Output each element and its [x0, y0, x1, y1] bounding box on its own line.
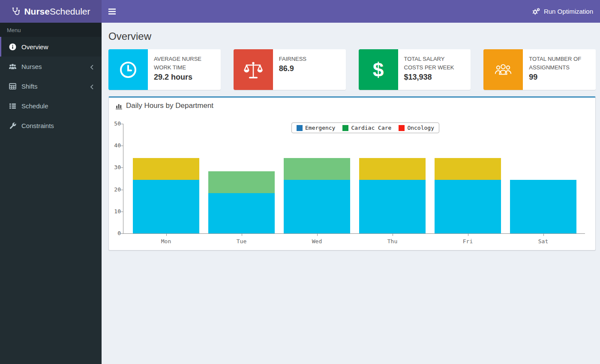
list-icon [9, 102, 16, 110]
chart-plot: 01020304050MonTueWedThuFriSatEmergencyCa… [109, 114, 595, 250]
run-optimization-button[interactable]: Run Optimization [525, 0, 600, 23]
chart-legend: EmergencyCardiac CareOncology [291, 122, 439, 133]
run-optimization-label: Run Optimization [544, 8, 593, 15]
x-tick-label: Mon [149, 238, 183, 245]
stat-label: TOTAL NUMBER OF ASSIGNMENTS [529, 55, 584, 72]
legend-label: Oncology [407, 125, 434, 131]
clock-icon [108, 49, 148, 90]
chevron-left-icon [90, 64, 94, 69]
legend-item: Oncology [399, 125, 434, 131]
x-tick-label: Fri [451, 238, 485, 245]
y-tick-label: 20 [109, 186, 121, 193]
sidebar-item-label: Nurses [21, 63, 90, 70]
info-circle-icon [9, 43, 16, 51]
panel-header: Daily Hours by Department [109, 98, 595, 114]
y-tick-label: 10 [109, 208, 121, 215]
chevron-left-icon [90, 84, 94, 89]
cogs-icon [532, 7, 540, 15]
bar-segment-emergency [284, 180, 350, 233]
legend-swatch [399, 125, 405, 131]
users-group-icon [483, 49, 523, 90]
brand-name-bold: Nurse [24, 6, 50, 16]
x-axis [123, 233, 585, 234]
y-tick [121, 124, 123, 124]
stat-card-fairness: FAIRNESS 86.9 [234, 49, 346, 90]
bar-segment-emergency [133, 180, 199, 233]
x-tick-label: Wed [300, 238, 334, 245]
x-tick [317, 234, 318, 236]
sidebar-menu-header: Menu [0, 23, 102, 37]
bar-segment-emergency [435, 180, 501, 233]
bar-segment-cardiac-care [208, 171, 275, 193]
brand-name-rest: Scheduler [50, 6, 90, 16]
daily-hours-panel: Daily Hours by Department 01020304050Mon… [108, 96, 596, 251]
stat-value: 29.2 hours [154, 73, 209, 82]
sidebar-item-nurses[interactable]: Nurses [0, 57, 102, 76]
sidebar-item-shifts[interactable]: Shifts [0, 76, 102, 96]
sidebar-item-constraints[interactable]: Constraints [0, 116, 102, 135]
x-tick [166, 234, 167, 236]
legend-swatch [297, 125, 303, 131]
bar-segment-oncology [435, 158, 501, 180]
stat-card-work-time: AVERAGE NURSE WORK TIME 29.2 hours [108, 49, 221, 90]
y-tick [121, 146, 123, 146]
sidebar-item-label: Schedule [21, 102, 94, 110]
bar-chart-icon [115, 102, 123, 110]
x-tick-label: Thu [375, 238, 410, 245]
y-tick [121, 167, 123, 168]
y-tick-label: 40 [109, 142, 121, 149]
sidebar-item-overview[interactable]: Overview [0, 37, 102, 57]
dollar-icon: $ [359, 49, 398, 90]
y-tick [121, 212, 123, 212]
legend-label: Cardiac Care [351, 125, 391, 131]
top-navbar: NurseScheduler [0, 0, 600, 23]
bar-segment-oncology [133, 158, 199, 180]
stat-cards-row: AVERAGE NURSE WORK TIME 29.2 hours FAIR [108, 49, 596, 90]
x-tick-label: Tue [225, 238, 259, 245]
legend-item: Cardiac Care [342, 125, 391, 131]
stethoscope-icon [11, 7, 21, 16]
y-tick-label: 30 [109, 164, 121, 171]
main-content: Overview AVERAGE NURSE WORK TIME 29.2 ho… [102, 23, 600, 251]
balance-scale-icon [234, 49, 273, 90]
page-title: Overview [108, 30, 596, 42]
y-tick [121, 190, 123, 190]
sidebar-item-label: Constraints [21, 122, 94, 129]
app-logo[interactable]: NurseScheduler [0, 0, 102, 23]
legend-item: Emergency [297, 125, 335, 131]
x-tick [543, 234, 544, 236]
sidebar: Menu Overview Nurses [0, 23, 102, 364]
bar-segment-cardiac-care [284, 158, 350, 180]
sidebar-item-label: Shifts [21, 83, 90, 90]
x-tick [468, 234, 468, 236]
hamburger-icon [108, 9, 116, 15]
y-tick [121, 233, 123, 234]
sidebar-item-schedule[interactable]: Schedule [0, 96, 102, 116]
stat-card-salary: $ TOTAL SALARY COSTS PER WEEK $13,938 [359, 49, 471, 90]
legend-swatch [342, 125, 348, 131]
table-icon [9, 83, 16, 90]
bar-segment-emergency [359, 180, 426, 233]
panel-title: Daily Hours by Department [126, 101, 213, 110]
x-tick-label: Sat [526, 238, 561, 245]
y-tick-label: 50 [109, 120, 121, 127]
bar-segment-emergency [510, 180, 576, 233]
sidebar-toggle-button[interactable] [102, 0, 123, 23]
stat-label: TOTAL SALARY COSTS PER WEEK [404, 55, 459, 72]
y-axis [123, 124, 123, 234]
x-tick [242, 234, 242, 236]
stat-value: 99 [529, 73, 584, 82]
x-tick [393, 234, 393, 236]
legend-label: Emergency [305, 125, 335, 131]
bar-segment-emergency [208, 193, 275, 233]
stat-value: 86.9 [279, 64, 306, 73]
bar-segment-oncology [359, 158, 426, 180]
stat-value: $13,938 [404, 73, 459, 82]
stat-card-assignments: TOTAL NUMBER OF ASSIGNMENTS 99 [483, 49, 596, 90]
y-tick-label: 0 [109, 230, 121, 237]
stat-label: FAIRNESS [279, 55, 306, 63]
users-icon [9, 63, 16, 70]
stat-label: AVERAGE NURSE WORK TIME [154, 55, 209, 72]
sidebar-item-label: Overview [21, 43, 94, 51]
wrench-icon [9, 122, 16, 129]
